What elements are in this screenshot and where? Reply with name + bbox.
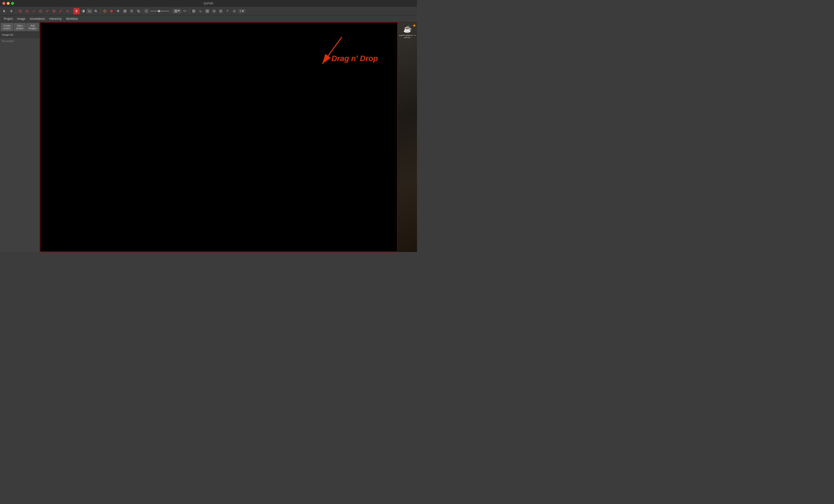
grid-button[interactable] — [122, 8, 128, 14]
polygon-tool[interactable] — [38, 8, 44, 14]
svg-rect-26 — [125, 10, 126, 11]
main-viewer[interactable]: Drag n' Drop — [40, 22, 398, 252]
svg-line-21 — [96, 12, 97, 12]
svg-rect-39 — [193, 10, 195, 12]
menu-workflow[interactable]: Workflow — [64, 16, 80, 21]
log-button[interactable] — [218, 8, 224, 14]
svg-rect-27 — [124, 12, 125, 12]
pointer-tool[interactable] — [1, 8, 8, 14]
toolbar-separator-6 — [189, 9, 190, 14]
open-project-button[interactable]: Open project — [14, 23, 26, 31]
brightness-contrast-button[interactable] — [80, 8, 86, 14]
svg-rect-32 — [137, 10, 139, 12]
overlay-button[interactable] — [102, 8, 108, 14]
svg-rect-36 — [175, 12, 176, 12]
app-icon-label: qupath-gelgenie...alpha.jar — [399, 34, 416, 39]
desktop-background — [398, 22, 417, 252]
app-icon[interactable]: ☕ qupath-gelgenie...alpha.jar — [399, 24, 416, 39]
sidebar-buttons: Create project Open project Add images — [0, 22, 40, 32]
toolbar-separator-4 — [143, 9, 143, 14]
svg-point-11 — [53, 10, 54, 12]
add-images-button[interactable]: Add images — [26, 23, 39, 31]
svg-rect-6 — [19, 10, 21, 12]
image-list-title: Image list — [0, 32, 40, 38]
svg-point-15 — [68, 12, 69, 12]
minimize-button[interactable] — [7, 2, 10, 5]
toolbar-separator-2 — [72, 9, 72, 14]
line-tool[interactable] — [31, 8, 37, 14]
svg-marker-38 — [178, 10, 180, 12]
fill-button[interactable] — [108, 8, 115, 14]
ellipse-tool[interactable] — [24, 8, 30, 14]
svg-point-14 — [67, 12, 67, 12]
toolbar-separator-5 — [172, 9, 172, 14]
menu-image[interactable]: Image — [15, 16, 27, 21]
zoom-label[interactable]: 1x — [87, 9, 92, 13]
c-label[interactable]: C — [144, 9, 149, 13]
svg-rect-28 — [125, 12, 126, 12]
clock-button[interactable] — [211, 8, 217, 14]
move-tool[interactable] — [8, 8, 15, 14]
extra-dropdown[interactable] — [238, 9, 245, 13]
svg-marker-56 — [242, 10, 244, 12]
svg-rect-34 — [175, 10, 176, 11]
svg-line-49 — [214, 11, 215, 12]
svg-rect-37 — [176, 12, 177, 12]
right-panel: ☕ qupath-gelgenie...alpha.jar — [398, 22, 417, 252]
view-dropdown[interactable] — [173, 9, 181, 13]
maximize-button[interactable] — [11, 2, 14, 5]
zoom-in-button[interactable] — [93, 8, 99, 14]
help-button[interactable]: ? — [224, 8, 231, 14]
color-slider[interactable] — [150, 10, 169, 12]
polyline-tool[interactable] — [44, 8, 50, 14]
channel-button[interactable] — [129, 8, 135, 14]
rectangle-tool[interactable] — [17, 8, 23, 14]
svg-rect-33 — [138, 11, 140, 12]
svg-point-16 — [67, 10, 68, 12]
n-button[interactable]: N — [115, 8, 122, 14]
s-button[interactable]: S — [73, 8, 80, 14]
brush-tool[interactable] — [51, 8, 57, 14]
title-bar: QuPath — [0, 0, 417, 7]
wand-tool[interactable] — [58, 8, 64, 14]
window-title: QuPath — [204, 2, 214, 5]
svg-line-8 — [32, 10, 35, 12]
notification-dot — [413, 25, 415, 26]
svg-rect-46 — [207, 12, 209, 13]
svg-rect-45 — [206, 12, 207, 13]
menu-bar: Project Image Annotations Hierarchy Work… — [0, 16, 417, 22]
sidebar: Create project Open project Add images I… — [0, 22, 40, 252]
toolbar-separator-1 — [16, 9, 16, 14]
arrange-button[interactable] — [135, 8, 142, 14]
svg-rect-43 — [206, 10, 207, 11]
menu-annotations[interactable]: Annotations — [28, 16, 47, 21]
drag-drop-text: Drag n' Drop — [332, 54, 378, 63]
close-button[interactable] — [2, 2, 5, 5]
svg-rect-35 — [176, 10, 177, 11]
menu-hierarchy[interactable]: Hierarchy — [47, 16, 64, 21]
xy-button[interactable]: xy — [197, 8, 204, 14]
pixel-button[interactable] — [204, 8, 211, 14]
svg-point-13 — [68, 10, 69, 10]
toolbar-separator-3 — [100, 9, 101, 14]
svg-point-12 — [67, 10, 67, 10]
app-icon-image: ☕ — [402, 24, 412, 34]
window-controls — [2, 2, 14, 5]
notifications-button[interactable] — [231, 8, 238, 14]
toolbar: S 1x N — [0, 7, 417, 16]
points-tool[interactable] — [64, 8, 71, 14]
create-project-button[interactable]: Create project — [1, 23, 13, 31]
menu-project[interactable]: Project — [2, 16, 15, 21]
svg-rect-44 — [207, 10, 209, 11]
content-area: Create project Open project Add images I… — [0, 22, 417, 252]
no-project-text: No project — [0, 38, 40, 44]
svg-point-24 — [110, 10, 113, 12]
svg-point-7 — [26, 10, 28, 12]
code-button[interactable]: </> — [182, 8, 188, 14]
svg-rect-25 — [124, 10, 125, 11]
svg-marker-9 — [39, 10, 42, 12]
table-button[interactable] — [191, 8, 197, 14]
